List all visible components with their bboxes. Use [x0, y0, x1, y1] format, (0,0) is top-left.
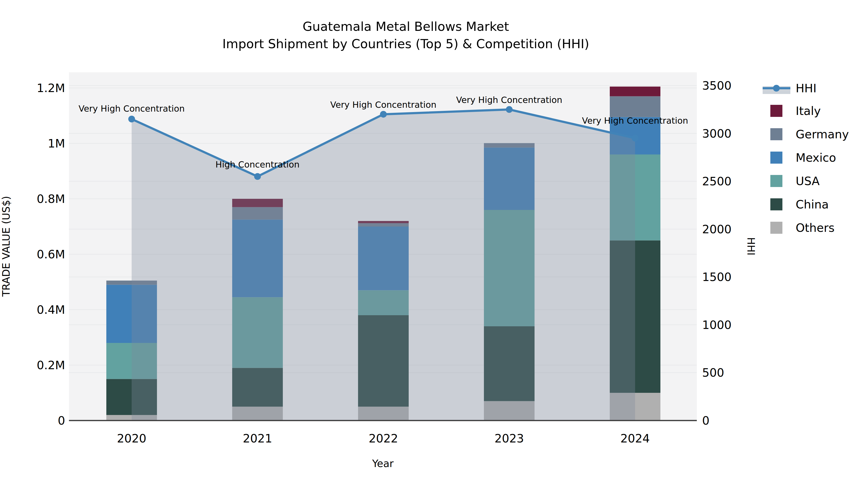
right-tick-500: 500 [702, 366, 724, 379]
legend-item-hhi[interactable]: HHI [763, 82, 816, 95]
annotation-2021: High Concentration [216, 160, 300, 169]
right-tick-2000: 2000 [702, 222, 732, 236]
bar-segment-2024-italy[interactable] [610, 87, 660, 96]
legend-item-others[interactable]: Others [770, 221, 835, 234]
x-axis-ticks: 20202021202220232024 [117, 432, 650, 445]
x-tick-2021: 2021 [243, 432, 272, 445]
hhi-import-chart: Guatemala Metal Bellows Market Import Sh… [0, 0, 868, 488]
x-axis-title: Year [372, 458, 394, 469]
annotation-2024: Very High Concentration [582, 116, 688, 126]
legend-item-mexico[interactable]: Mexico [770, 151, 836, 164]
legend-item-usa[interactable]: USA [770, 174, 819, 188]
right-tick-1500: 1500 [702, 270, 732, 284]
x-tick-2024: 2024 [620, 432, 650, 445]
hhi-marker-2020[interactable] [128, 116, 135, 123]
left-axis-ticks: 00.2M0.4M0.6M0.8M1M1.2M [37, 81, 65, 427]
left-axis-title: TRADE VALUE (US$) [0, 196, 12, 297]
legend-label-italy: Italy [796, 104, 821, 118]
annotation-2023: Very High Concentration [456, 95, 562, 105]
hhi-area-polygon [132, 109, 635, 421]
left-tick-0.8M: 0.8M [37, 192, 65, 205]
legend-swatch-mexico [770, 152, 782, 164]
chart-canvas: Guatemala Metal Bellows Market Import Sh… [0, 0, 868, 488]
chart-title-line1: Guatemala Metal Bellows Market [303, 19, 509, 34]
legend-swatch-germany [770, 128, 782, 140]
legend: HHIItalyGermanyMexicoUSAChinaOthers [763, 82, 849, 234]
left-tick-0.2M: 0.2M [37, 358, 65, 372]
legend-swatch-others [770, 222, 782, 234]
bar-segment-2024-germany[interactable] [610, 96, 660, 117]
left-tick-1M: 1M [48, 137, 65, 150]
legend-label-hhi: HHI [796, 82, 816, 95]
legend-item-germany[interactable]: Germany [770, 128, 849, 141]
hhi-marker-swatch [773, 85, 780, 92]
legend-label-usa: USA [796, 174, 819, 188]
x-tick-2023: 2023 [495, 432, 524, 445]
left-tick-0.4M: 0.4M [37, 303, 65, 317]
legend-swatch-italy [770, 105, 782, 117]
hhi-area-fill [132, 109, 635, 421]
left-tick-0: 0 [58, 414, 65, 427]
hhi-marker-2023[interactable] [506, 106, 513, 113]
legend-item-italy[interactable]: Italy [770, 104, 821, 118]
right-axis-ticks: 0500100015002000250030003500 [702, 79, 732, 427]
x-tick-2020: 2020 [117, 432, 146, 445]
right-tick-3000: 3000 [702, 127, 732, 140]
hhi-marker-2021[interactable] [254, 173, 261, 180]
legend-swatch-china [770, 198, 782, 210]
hhi-marker-2022[interactable] [380, 111, 387, 118]
chart-title-line2: Import Shipment by Countries (Top 5) & C… [222, 37, 589, 51]
left-tick-0.6M: 0.6M [37, 248, 65, 261]
right-tick-3500: 3500 [702, 79, 732, 92]
legend-label-mexico: Mexico [796, 151, 836, 164]
right-tick-2500: 2500 [702, 174, 732, 188]
right-tick-0: 0 [702, 414, 710, 427]
legend-label-germany: Germany [796, 128, 849, 141]
legend-swatch-usa [770, 175, 782, 187]
right-tick-1000: 1000 [702, 318, 732, 332]
right-axis-title: HHI [745, 237, 757, 255]
legend-label-china: China [796, 198, 829, 211]
annotation-2020: Very High Concentration [79, 104, 185, 113]
x-tick-2022: 2022 [369, 432, 398, 445]
legend-label-others: Others [796, 221, 835, 234]
annotation-2022: Very High Concentration [330, 100, 436, 110]
hhi-marker-2024[interactable] [632, 135, 639, 141]
left-tick-1.2M: 1.2M [37, 81, 65, 95]
legend-item-china[interactable]: China [770, 198, 829, 211]
